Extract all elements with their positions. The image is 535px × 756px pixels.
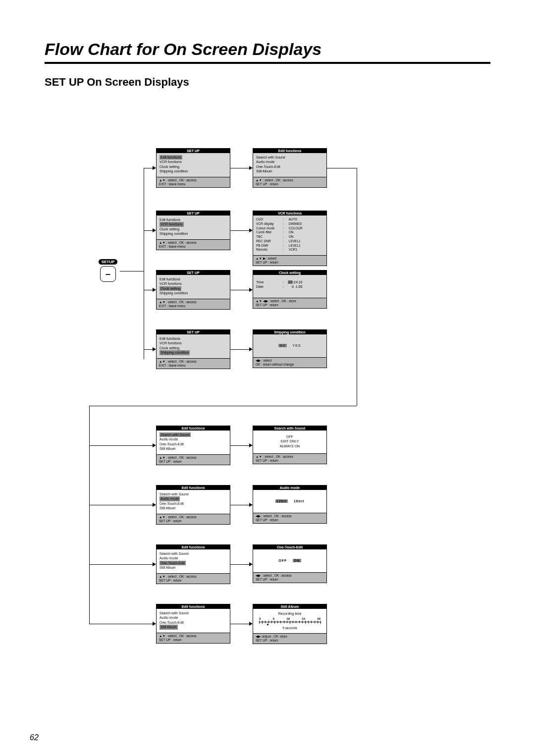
panel-title: Audio mode bbox=[253, 486, 326, 490]
panel-footer: ◀▶ : select , OK : access SET UP : retur… bbox=[253, 513, 326, 523]
panel-title: Still Album bbox=[253, 604, 326, 609]
menu-item: Shipping condition bbox=[160, 350, 190, 355]
panel-title: Edit functions bbox=[157, 545, 230, 549]
menu-item: Search with Sound bbox=[160, 492, 227, 496]
panel-search: Search with Sound OFF EDIT ONLY ALWAYS O… bbox=[253, 426, 327, 464]
panel-title: One-Touch-Edit bbox=[253, 545, 326, 549]
menu-item: Edit functions bbox=[160, 155, 182, 160]
setup-icon: – bbox=[100, 266, 116, 282]
menu-item: Audio mode bbox=[160, 556, 227, 560]
slider: 3 5 10 15 20 ▲ 5 seconds bbox=[257, 617, 322, 630]
panel-footer: ▲▼ : select , OK : access EXIT : leave m… bbox=[157, 299, 230, 309]
menu-item: Edit functions bbox=[160, 336, 227, 341]
panel-footer: ▲▼ : select , OK : access SET UP : retur… bbox=[157, 514, 230, 524]
panel-footer: ▲▼ ▶ : select SET UP : return bbox=[253, 255, 326, 266]
menu-item: Audio mode bbox=[160, 496, 180, 501]
menu-item: Clock setting bbox=[160, 227, 227, 231]
panel-setup-3: SET UP Edit functions VCR functions Cloc… bbox=[156, 270, 230, 310]
menu-item: One-Touch-Edit bbox=[160, 501, 227, 506]
panel-title: Shipping condition bbox=[253, 330, 326, 334]
menu-item: Clock setting bbox=[160, 346, 227, 350]
opt: 12bit bbox=[275, 499, 288, 503]
label: Recording time bbox=[257, 611, 322, 616]
menu-item: One-Touch-Edit bbox=[256, 164, 323, 169]
opt: 16bit bbox=[294, 499, 304, 503]
menu-item: Search with Sound bbox=[160, 432, 191, 437]
panel-footer: ▲▼ : select , OK : access EXIT : leave m… bbox=[157, 177, 230, 187]
menu-item: VCR functions bbox=[160, 160, 227, 164]
panel-edit-b3: Edit functions Search with Sound Audio m… bbox=[156, 544, 230, 584]
menu-item: VCR functions bbox=[160, 341, 227, 345]
menu-item: Clock setting bbox=[160, 286, 181, 291]
opt: NO bbox=[278, 344, 287, 347]
menu-item: Edit functions bbox=[160, 277, 227, 281]
panel-title: SET UP bbox=[157, 330, 230, 334]
menu-item: Audio mode bbox=[160, 437, 227, 441]
panel-setup-4: SET UP Edit functions VCR functions Cloc… bbox=[156, 329, 230, 369]
menu-item: One-Touch-Edit bbox=[160, 620, 227, 625]
panel-vcr: VCR functions OSD: AUTOVCR display: DIMM… bbox=[253, 211, 327, 266]
title-rule bbox=[45, 62, 490, 64]
opt: ON bbox=[293, 559, 301, 562]
menu-item: Shipping condition bbox=[160, 169, 227, 173]
panel-footer: ▲▼ : select , OK : access SET UP : retur… bbox=[157, 573, 230, 584]
panel-edit-b2: Edit functions Search with Sound Audio m… bbox=[156, 485, 230, 525]
panel-setup-1: SET UP Edit functions VCR functions Cloc… bbox=[156, 148, 230, 188]
panel-title: Edit functions bbox=[157, 604, 230, 609]
panel-title: SET UP bbox=[157, 149, 230, 153]
panel-audio: Audio mode 12bit 16bit ◀▶ : select , OK … bbox=[253, 485, 327, 524]
panel-footer: ◀▶ : select OK : return without change bbox=[253, 357, 326, 368]
panel-still: Still Album Recording time 3 5 10 15 20 … bbox=[253, 604, 327, 644]
panel-title: SET UP bbox=[157, 270, 230, 275]
setup-pill: SETUP bbox=[99, 259, 118, 265]
opt: YES bbox=[293, 344, 301, 347]
menu-item: Search with Sound bbox=[256, 155, 323, 160]
panel-footer: ▲▼ : select , OK : access SET UP : retur… bbox=[253, 177, 326, 187]
menu-item: Clock setting bbox=[160, 164, 227, 169]
menu-item: Shipping condition bbox=[160, 291, 227, 295]
panel-title: Search with Sound bbox=[253, 426, 326, 431]
panel-edit-b1: Edit functions Search with Sound Audio m… bbox=[156, 426, 230, 465]
menu-item: Edit functions bbox=[160, 217, 227, 222]
opt: EDIT ONLY bbox=[281, 439, 299, 443]
menu-item: Still Album bbox=[256, 169, 323, 173]
panel-title: Edit functions bbox=[157, 426, 230, 431]
menu-item: VCR functions bbox=[160, 222, 184, 226]
panel-title: Edit functions bbox=[253, 149, 326, 153]
panel-footer: ▲▼ ◀▶ : select , OK : store SET UP : ret… bbox=[253, 298, 326, 308]
menu-item: Still Album bbox=[160, 565, 227, 570]
menu-item: VCR functions bbox=[160, 281, 227, 286]
opt: ALWAYS ON bbox=[256, 444, 323, 448]
panel-title: Clock setting bbox=[253, 270, 326, 275]
panel-footer: ◀▶ :adjust , OK :store SET UP : return bbox=[253, 633, 326, 644]
panel-edit: Edit functions Search with Sound Audio m… bbox=[253, 148, 327, 188]
panel-footer: ▲▼ : select , OK : access SET UP : retur… bbox=[157, 454, 230, 465]
opt: OFF bbox=[278, 559, 287, 562]
page-title: Flow Chart for On Screen Displays bbox=[45, 40, 490, 59]
menu-item: Still Album bbox=[160, 446, 227, 451]
menu-item: Still Album bbox=[160, 625, 178, 629]
menu-item: One-Touch-Edit bbox=[160, 442, 227, 446]
menu-item: Still Album bbox=[160, 506, 227, 510]
menu-item: Audio mode bbox=[160, 615, 227, 620]
panel-clock: Clock setting Time:22:24:10 Date:6. 1.00… bbox=[253, 270, 327, 309]
panel-title: VCR functions bbox=[253, 211, 326, 216]
panel-footer: ▲▼ : select , OK : access EXIT : leave m… bbox=[157, 239, 230, 250]
panel-footer: ▲▼ : select , OK : access SET UP : retur… bbox=[253, 453, 326, 464]
section-title: SET UP On Screen Displays bbox=[45, 76, 490, 89]
panel-ote: One-Touch-Edit OFF ON ◀▶ : select , OK :… bbox=[253, 544, 327, 583]
opt: OFF bbox=[256, 434, 323, 439]
menu-item: Search with Sound bbox=[160, 551, 227, 556]
page-number: 62 bbox=[30, 733, 39, 742]
panel-shipping: Shipping condition NO YES ◀▶ : select OK… bbox=[253, 329, 327, 368]
setup-button: SETUP – bbox=[96, 256, 120, 282]
panel-title: Edit functions bbox=[157, 486, 230, 490]
panel-footer: ◀▶ : select , OK : access SET UP : retur… bbox=[253, 572, 326, 583]
panel-setup-2: SET UP Edit functions VCR functions Cloc… bbox=[156, 211, 230, 250]
panel-title: SET UP bbox=[157, 211, 230, 216]
menu-item: Shipping condition bbox=[160, 231, 227, 236]
panel-edit-b4: Edit functions Search with Sound Audio m… bbox=[156, 604, 230, 644]
panel-footer: ▲▼ : select , OK : access SET UP : retur… bbox=[157, 633, 230, 643]
menu-item: Audio mode bbox=[256, 160, 323, 164]
menu-item: Search with Sound bbox=[160, 611, 227, 615]
